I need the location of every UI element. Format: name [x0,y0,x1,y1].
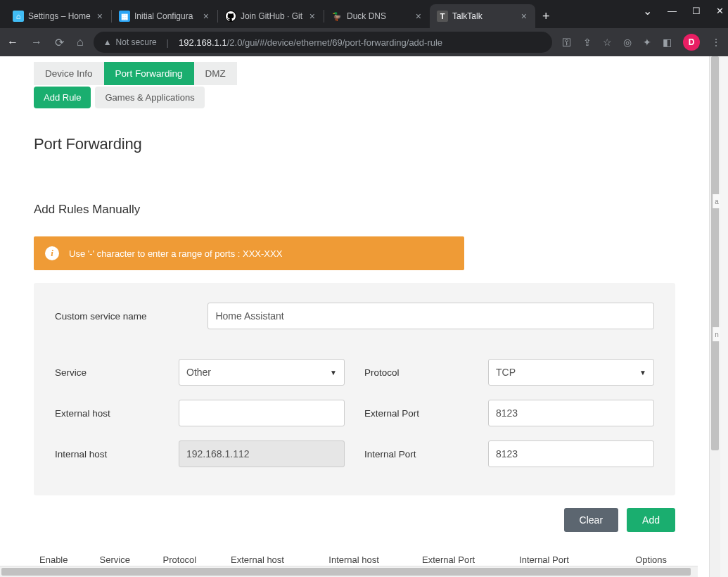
page-icon: ▦ [119,11,130,22]
service-label: Service [55,367,179,378]
caret-down-icon: ▼ [639,369,646,376]
page-title: Port Forwarding [34,135,675,153]
url-domain: 192.168.1.1 [179,37,227,48]
subtabs: Add Rule Games & Applications [34,87,675,108]
tab-port-forwarding[interactable]: Port Forwarding [104,62,194,85]
tab-title: Settings – Home [28,11,91,21]
subtab-add-rule[interactable]: Add Rule [34,87,91,108]
internal-port-input[interactable] [488,440,654,467]
external-port-input[interactable] [488,400,654,426]
tab-title: Join GitHub · Git [241,11,304,21]
maximize-icon[interactable]: ☐ [692,6,701,16]
info-banner: i Use '-' character to enter a range of … [34,236,464,270]
talktalk-icon: T [437,11,448,22]
profile-avatar[interactable]: D [683,34,700,51]
tab-title: Duck DNS [347,11,410,21]
browser-tab[interactable]: ⌂ Settings – Home × [6,4,111,28]
back-icon[interactable]: ← [7,36,18,49]
close-icon[interactable]: × [520,11,528,22]
sidepanel-icon[interactable]: ◧ [663,37,672,48]
internal-host-label: Internal host [55,449,179,459]
protocol-label: Protocol [364,367,488,378]
browser-tab[interactable]: Join GitHub · Git × [218,4,324,28]
browser-tab-active[interactable]: T TalkTalk × [430,4,535,28]
shield-icon[interactable]: ◎ [623,37,632,48]
close-icon[interactable]: × [308,11,317,22]
duck-icon: 🦆 [331,11,343,22]
device-tabs: Device Info Port Forwarding DMZ [34,62,675,85]
url-path: /2.0/gui/#/device/ethernet/69/port-forwa… [227,37,442,48]
tab-dmz[interactable]: DMZ [194,62,237,85]
clear-button[interactable]: Clear [564,508,618,532]
service-select[interactable]: Other ▼ [179,359,345,386]
window-controls: ⌄ — ☐ ✕ [643,4,724,18]
not-secure-indicator: ▲ Not secure [103,37,157,47]
horizontal-scrollbar[interactable] [0,566,698,577]
new-tab-button[interactable]: + [535,9,557,24]
star-icon[interactable]: ☆ [603,37,612,48]
info-text: Use '-' character to enter a range of po… [69,248,282,259]
subtab-games-applications[interactable]: Games & Applications [95,87,204,108]
forward-icon[interactable]: → [31,36,42,49]
info-icon: i [45,246,59,260]
minimize-icon[interactable]: — [668,6,677,16]
tab-device-info[interactable]: Device Info [34,62,104,85]
protocol-select[interactable]: TCP ▼ [488,359,654,386]
internal-host-input[interactable] [179,440,345,467]
home-icon[interactable]: ⌂ [77,36,84,49]
address-bar[interactable]: ▲ Not secure | 192.168.1.1/2.0/gui/#/dev… [94,32,552,53]
extensions-icon[interactable]: ✦ [643,37,651,48]
browser-toolbar: ← → ⟳ ⌂ ▲ Not secure | 192.168.1.1/2.0/g… [0,28,728,56]
key-icon[interactable]: ⚿ [562,37,572,48]
close-icon[interactable]: × [96,11,104,22]
home-assistant-icon: ⌂ [13,11,24,22]
browser-tab[interactable]: ▦ Initial Configura × [112,4,217,28]
close-icon[interactable]: × [202,11,210,22]
github-icon [225,11,236,22]
tab-title: TalkTalk [452,11,516,21]
browser-tab-strip: ⌂ Settings – Home × ▦ Initial Configura … [0,0,728,28]
external-host-input[interactable] [179,400,345,426]
external-port-label: External Port [364,408,488,419]
custom-service-name-label: Custom service name [55,311,207,322]
menu-icon[interactable]: ⋮ [711,37,721,48]
share-icon[interactable]: ⇪ [583,37,592,48]
reload-icon[interactable]: ⟳ [55,36,64,49]
close-window-icon[interactable]: ✕ [716,6,724,16]
tab-title: Initial Configura [134,11,198,21]
caret-down-icon: ▼ [330,369,337,376]
section-title: Add Rules Manually [34,203,675,217]
internal-port-label: Internal Port [364,449,488,459]
rule-form: Custom service name Service Other ▼ Prot… [34,283,675,495]
browser-tab[interactable]: 🦆 Duck DNS × [324,4,430,28]
external-host-label: External host [55,408,179,419]
add-button[interactable]: Add [627,508,675,532]
close-icon[interactable]: × [414,11,423,22]
chevron-down-icon[interactable]: ⌄ [643,4,652,18]
vertical-scrollbar[interactable]: a n [709,56,720,577]
warning-icon: ▲ [103,37,112,47]
custom-service-name-input[interactable] [207,303,654,329]
